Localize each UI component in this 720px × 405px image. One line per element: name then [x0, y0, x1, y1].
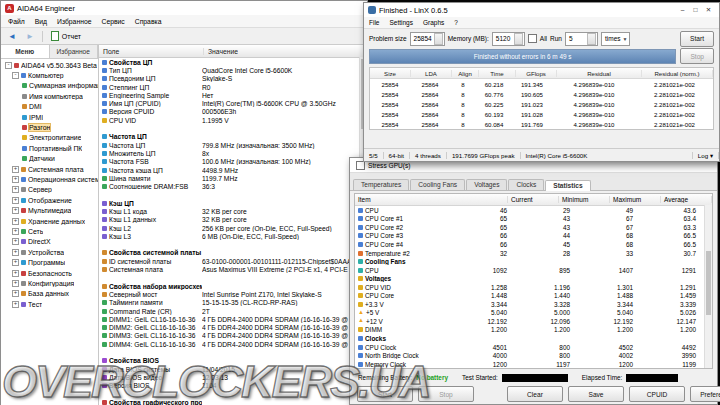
tree-item[interactable]: + Безопасность: [1, 268, 98, 278]
info-row[interactable]: [99, 191, 367, 199]
tree-item[interactable]: Суммарная информация: [1, 81, 98, 91]
linx-result-row[interactable]: 25854 25864 8 60.218 191.345 4.296839e-0…: [370, 79, 713, 89]
statistics-scrollbar[interactable]: [704, 205, 712, 368]
linx-result-row[interactable]: 25854 25864 8 60.084 191.769 4.296839e-0…: [370, 119, 713, 129]
info-row[interactable]: Engineering Sample Нет: [99, 91, 367, 99]
info-row[interactable]: DIMM2: GeIL CL16-16-16-36 4 ГБ DDR4-2400…: [99, 324, 367, 332]
menu-item[interactable]: Settings: [384, 19, 418, 26]
tree-item[interactable]: + Мультимедиа: [1, 205, 98, 215]
tree-item[interactable]: + Сеть: [1, 226, 98, 236]
stability-tab[interactable]: Temperatures: [353, 179, 409, 190]
menu-item[interactable]: ?: [449, 19, 463, 26]
info-row[interactable]: Частота FSB 100.6 MHz (изначальная: 100 …: [99, 158, 367, 166]
stability-button[interactable]: Stop: [418, 386, 474, 402]
spinner-icon[interactable]: [587, 33, 596, 45]
expand-toggle-icon[interactable]: +: [12, 218, 19, 225]
spinner-icon[interactable]: [514, 33, 523, 45]
expand-toggle-icon[interactable]: +: [12, 301, 19, 308]
minimize-button[interactable]: –: [676, 3, 689, 17]
statistics-row[interactable]: CPU Core #3 66 44 68 66.5: [355, 232, 712, 241]
tree-item[interactable]: Датчики: [1, 154, 98, 164]
linx-result-row[interactable]: 25854 25864 8 60.776 190.605 4.296839e-0…: [370, 89, 713, 99]
stability-button[interactable]: CPUID: [629, 386, 685, 402]
linx-stop-button[interactable]: Stop: [680, 48, 714, 64]
info-row[interactable]: Степпинг ЦП R0: [99, 83, 367, 91]
statistics-row[interactable]: CPU Clock 4501 800 4502 4492: [355, 343, 712, 352]
statistics-row[interactable]: CPU VID 1.258 1.196 1.301 1.291: [355, 283, 712, 292]
menu-item[interactable]: Вид: [30, 18, 52, 25]
stability-button[interactable]: Preferences: [690, 386, 720, 402]
linx-result-row[interactable]: 25854 25864 8 60.193 191.028 4.296839e-0…: [370, 109, 713, 119]
all-checkbox[interactable]: [528, 34, 537, 43]
info-row[interactable]: Дата BIOS видео 12/03/13: [99, 373, 367, 381]
maximize-button[interactable]: □: [689, 3, 702, 17]
statistics-row[interactable]: North Bridge Clock 4000 800 4002 3990: [355, 351, 712, 360]
expand-toggle-icon[interactable]: +: [12, 176, 19, 183]
run-unit-select[interactable]: times ▼: [601, 32, 630, 46]
info-row[interactable]: Версия CPUID 000506E3h: [99, 108, 367, 116]
info-row[interactable]: Свойства BIOS: [99, 357, 367, 365]
info-row[interactable]: Соотношение DRAM:FSB 36:3: [99, 182, 367, 190]
info-row[interactable]: Кэш L3 6 MB (On-Die, ECC, Full-Speed): [99, 232, 367, 240]
info-row[interactable]: Множитель ЦП 8x: [99, 149, 367, 157]
tree-item[interactable]: + Сервер: [1, 185, 98, 195]
problem-size-input[interactable]: 25854: [410, 32, 445, 46]
statistics-row[interactable]: +5 V 5.040 5.000 5.040 5.026: [355, 309, 712, 318]
info-row[interactable]: Системная плата Asus Maximus VIII Extrem…: [99, 265, 367, 273]
menu-item[interactable]: Сервис: [96, 18, 129, 25]
statistics-row[interactable]: CPU Core 1.448 1.440 1.488 1.459: [355, 291, 712, 300]
back-button[interactable]: ◄: [4, 31, 20, 42]
col-current[interactable]: Current: [508, 196, 559, 203]
column-value[interactable]: Значение: [204, 48, 238, 55]
sidebar-tab[interactable]: Избранное: [50, 45, 99, 58]
tree-item[interactable]: + Системная плата: [1, 164, 98, 174]
statistics-row[interactable]: Cooling Fans: [355, 257, 712, 266]
tree-item[interactable]: + Конфигурация: [1, 278, 98, 288]
col-maximum[interactable]: Maximum: [610, 196, 661, 203]
expand-toggle-icon[interactable]: +: [12, 166, 19, 173]
linx-result-row[interactable]: 25854 25864 8 60.225 191.023 4.296839e-0…: [370, 99, 713, 109]
info-row[interactable]: Кэш ЦП: [99, 199, 367, 207]
info-row[interactable]: [99, 390, 367, 398]
info-row[interactable]: Псевдоним ЦП Skylake-S: [99, 75, 367, 83]
stability-tab[interactable]: Clocks: [508, 179, 544, 190]
tree-item[interactable]: + Отображение: [1, 195, 98, 205]
info-row[interactable]: Частота ЦП 799.8 MHz (изначальная: 3500 …: [99, 141, 367, 149]
statistics-row[interactable]: +12 V 12.192 12.096 12.192 12.147: [355, 317, 712, 326]
tree-item[interactable]: DMI: [1, 102, 98, 112]
info-row[interactable]: DIMM1: GeIL CL16-16-16-36 4 ГБ DDR4-2400…: [99, 315, 367, 323]
stability-button[interactable]: Clear: [507, 386, 563, 402]
linx-titlebar[interactable]: Finished - LinX 0.6.5 – □ ✕: [364, 3, 719, 17]
log-button[interactable]: Log: [693, 152, 719, 159]
menu-item[interactable]: File: [364, 19, 384, 26]
expand-toggle-icon[interactable]: +: [12, 280, 19, 287]
menu-item[interactable]: Graphs: [418, 19, 449, 26]
tree-item[interactable]: + Тест: [1, 299, 98, 309]
info-row[interactable]: Частота ЦП: [99, 133, 367, 141]
expand-toggle-icon[interactable]: +: [12, 238, 19, 245]
forward-button[interactable]: ►: [22, 31, 38, 42]
stability-tab[interactable]: Voltages: [466, 179, 507, 190]
statistics-row[interactable]: CPU 1092 895 1407 1291: [355, 266, 712, 275]
expand-toggle-icon[interactable]: -: [12, 72, 19, 79]
statistics-row[interactable]: Temperature #2 32 28 33 30.7: [355, 249, 712, 258]
info-row[interactable]: Версия BIOS 1104: [99, 382, 367, 390]
info-row[interactable]: [99, 274, 367, 282]
column-field[interactable]: Поле: [99, 48, 204, 55]
expand-toggle-icon[interactable]: -: [5, 62, 12, 69]
expand-toggle-icon[interactable]: +: [12, 290, 19, 297]
scrollbar-thumb[interactable]: [706, 251, 711, 315]
info-row[interactable]: Свойства набора микросхем: [99, 282, 367, 290]
tree-item[interactable]: Портативный ПК: [1, 143, 98, 153]
tree-item[interactable]: - Компьютер: [1, 70, 98, 80]
statistics-row[interactable]: CPU 46 29 49 43.6: [355, 206, 712, 215]
tree-item[interactable]: - AIDA64 v5.50.3643 Beta: [1, 60, 98, 70]
info-row[interactable]: Свойства графического процессора: [99, 398, 367, 405]
info-row[interactable]: Частота кэша ЦП 4498.9 MHz: [99, 166, 367, 174]
info-row[interactable]: Свойства системной платы: [99, 249, 367, 257]
info-row[interactable]: Дата BIOS системы 11/04/2015: [99, 365, 367, 373]
info-row[interactable]: Command Rate (CR) 2T: [99, 307, 367, 315]
sidebar-tab[interactable]: Меню: [1, 45, 50, 58]
report-button[interactable]: Отчет: [47, 30, 85, 42]
info-row[interactable]: Тайминги памяти 15-15-15-35 (CL-RCD-RP-R…: [99, 299, 367, 307]
